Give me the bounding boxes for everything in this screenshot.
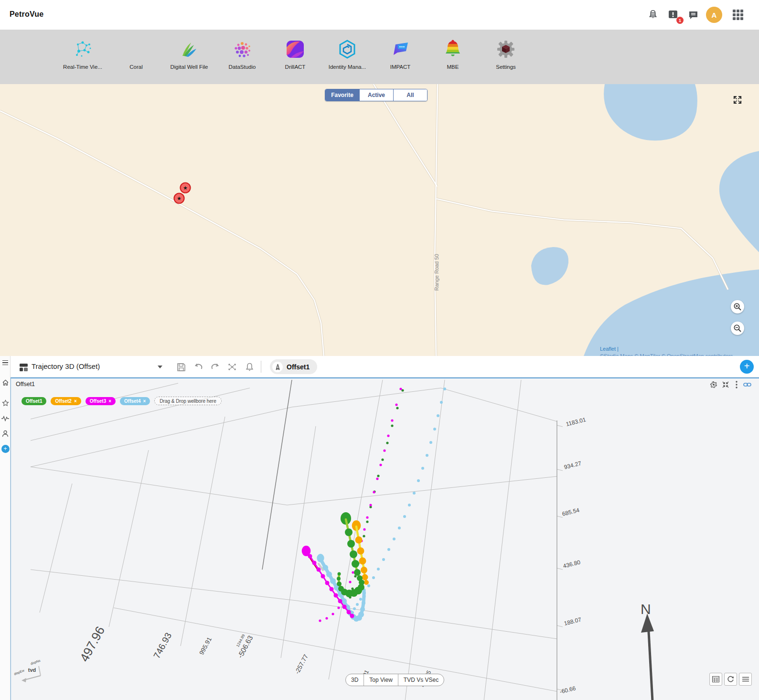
zoom-out-icon [733,324,742,333]
map-fullscreen-button[interactable] [731,94,744,106]
derrick-icon [272,362,283,372]
drillact-icon [284,38,306,60]
series-Offset3-wellbore-bulb [302,546,311,556]
tick-label: 497.96 [77,624,107,664]
svg-text:★: ★ [183,185,188,191]
well-markers-layer[interactable]: ★★ [174,183,191,204]
datastudio-icon [231,38,253,60]
notifications-bell-button[interactable] [244,362,255,372]
sidebar-add-button[interactable]: + [0,443,11,454]
chip-label: Offset4 [124,398,140,404]
app-item-label: DataStudio [215,64,269,70]
add-view-button[interactable]: + [740,360,754,374]
well-marker[interactable]: ★ [174,194,184,204]
identity-manager-icon [336,38,358,60]
avatar[interactable]: A [706,7,722,23]
refresh-button[interactable] [724,673,737,686]
sidebar-home-icon[interactable] [0,377,11,388]
attribution-leaflet-link[interactable]: Leaflet | [600,345,733,353]
view-mode-3d[interactable]: 3D [346,674,363,686]
workspace-title: Trajectory 3D (Offset) [32,362,100,370]
sidebar-favorites-icon[interactable] [0,398,11,408]
tab-favorite[interactable]: Favorite [325,89,359,101]
trajectory-3d-panel: Offset1 Offset1 Offset2× Offset3× Offset… [11,377,759,700]
app-item-label: MBE [426,64,480,70]
expand-icon [733,95,742,105]
save-button[interactable] [176,362,186,372]
tab-all[interactable]: All [393,89,427,101]
tick-label: dispEw [13,668,25,676]
alerts-icon[interactable]: 1 [666,8,680,22]
chip-offset2[interactable]: Offset2× [51,397,81,405]
legend-list-button[interactable] [739,673,752,686]
panel-link-icon[interactable] [743,381,751,388]
workspace-dropdown-caret[interactable] [158,366,162,368]
app-grid-icon[interactable] [731,8,745,22]
view-mode-tvd-vsec[interactable]: TVD Vs VSec [398,674,444,686]
app-item-realtime-view[interactable]: Real-Time Vie... [56,35,109,79]
app-item-label: Identity Mana... [321,64,374,70]
chip-offset1[interactable]: Offset1 [21,397,46,405]
sidebar-activity-icon[interactable] [0,413,11,424]
realtime-view-icon [72,38,94,60]
layout-icon[interactable] [18,362,29,373]
chip-label: Offset2 [55,398,71,404]
wellbore-dropzone[interactable]: Drag & Drop wellbore here [154,397,221,405]
trajectory-series-layer [302,388,446,622]
notification-bell-icon[interactable] [646,8,660,22]
series-Offset2-wellbore [355,527,369,585]
app-item-impact[interactable]: IMPACT [374,35,427,79]
scatter-tool-button[interactable] [227,362,237,372]
tab-active[interactable]: Active [359,89,393,101]
redo-button[interactable] [210,362,220,372]
impact-icon [389,38,411,60]
well-marker[interactable]: ★ [181,183,191,193]
app-item-coral[interactable]: Coral [109,35,163,79]
map-canvas[interactable]: Range Road 50 ★★ Favorite Active All Lea… [0,84,759,356]
grid-corner-edge [262,380,292,570]
trajectory-3d-plot[interactable]: 1183.01934.27685.54436.80188.07-60.66497… [11,378,759,700]
tick-label: 436.80 [562,559,581,570]
view-mode-switcher: 3D Top View TVD Vs VSec [345,674,444,686]
app-item-datastudio[interactable]: DataStudio [215,35,269,79]
chip-close-icon[interactable]: × [74,398,77,404]
map-attribution: Leaflet | ©Stadia Maps © MapTiler © Open… [600,345,733,356]
app-item-label: IMPACT [374,64,427,70]
chip-offset4[interactable]: Offset4× [120,397,150,405]
well-tab-offset1[interactable]: Offset1 [270,359,317,374]
attribution-providers[interactable]: ©Stadia Maps © MapTiler © OpenStreetMap … [600,353,733,356]
tick-label: -257.77 [293,653,310,675]
north-arrow [641,614,654,700]
chip-label: Offset1 [26,398,42,404]
map-filter-tabs: Favorite Active All [325,89,428,101]
sidebar-user-icon[interactable] [0,428,11,439]
chip-offset3[interactable]: Offset3× [86,397,116,405]
plot-corner-buttons [709,673,752,686]
map-zoom-out-button[interactable] [731,322,744,335]
digital-well-file-icon [178,38,200,60]
view-mode-top[interactable]: Top View [363,674,397,686]
panel-settings-gear-icon[interactable] [709,381,718,388]
map-zoom-in-button[interactable] [731,300,744,313]
application-window: PetroVue 1 A Real-Time Vie... Coral [0,0,759,700]
data-table-button[interactable] [709,673,722,686]
app-item-identity-manager[interactable]: Identity Mana... [321,35,374,79]
grid-lines [31,380,563,700]
app-logo[interactable]: PetroVue [10,10,43,19]
chip-close-icon[interactable]: × [108,398,111,404]
tick-label: tvd [28,667,36,673]
app-item-mbe[interactable]: MBE [426,35,480,79]
panel-kebab-menu-icon[interactable] [732,381,741,388]
panel-collapse-icon[interactable] [721,381,730,388]
undo-button[interactable] [193,362,203,372]
tick-label: 746.93 [151,631,173,660]
app-item-drillact[interactable]: DrillACT [268,35,322,79]
chip-label: Offset3 [90,398,106,404]
compass-north-label: N [641,601,651,617]
messages-icon[interactable] [686,8,700,22]
app-item-digital-well-file[interactable]: Digital Well File [162,35,216,79]
app-item-settings[interactable]: Settings [479,35,533,79]
toolbar-divider [261,361,261,373]
chip-close-icon[interactable]: × [143,398,146,404]
menu-hamburger-icon[interactable] [0,357,11,368]
